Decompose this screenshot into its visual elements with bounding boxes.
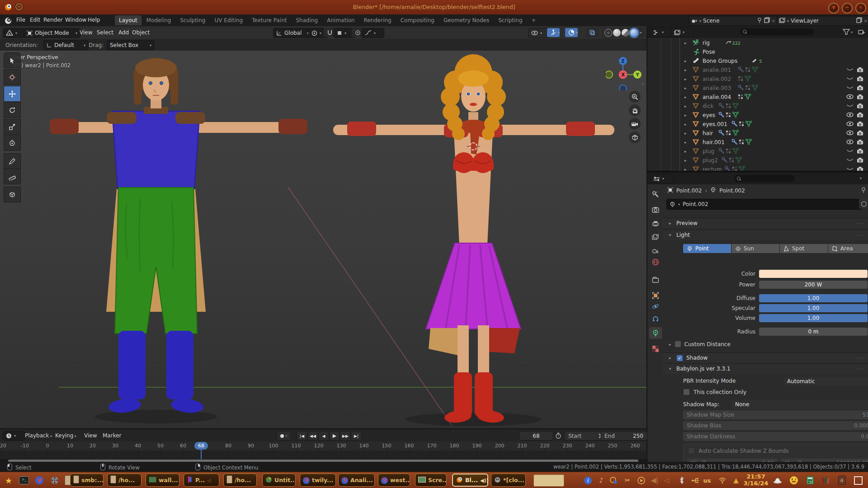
preview-panel-header[interactable]: ▸Preview ···· (663, 218, 868, 228)
taskbar-window-bl[interactable]: Bl...◀))) (452, 474, 488, 487)
material-shading-icon[interactable] (622, 29, 629, 37)
properties-tab-tool[interactable] (649, 188, 662, 200)
taskbar-window-clo[interactable]: *[clo... (491, 474, 526, 487)
light-type-spot[interactable]: Spot (780, 244, 828, 253)
viewport-menu-add[interactable]: Add (118, 29, 129, 36)
tool-scale[interactable] (4, 119, 21, 135)
expand-arrow-icon[interactable]: ▸ (684, 140, 687, 145)
clock[interactable]: 21:57 3/16/24 (741, 473, 770, 487)
workspace-tab-uv-editing[interactable]: UV Editing (210, 15, 247, 25)
camera-visibility-icon[interactable] (857, 103, 864, 110)
auto-calc-checkbox[interactable] (688, 447, 695, 454)
outliner-item-Bone Groups[interactable]: ▸Bone Groups5 (647, 56, 868, 66)
new-viewlayer-icon[interactable] (856, 17, 862, 24)
timeline-menu-marker[interactable]: Marker (103, 432, 121, 439)
media-icon[interactable] (608, 475, 619, 485)
tool-annotate[interactable] (4, 153, 21, 169)
jump-last-button[interactable]: ▶| (351, 431, 362, 441)
outliner-editor-type-button[interactable]: ▾ (650, 28, 673, 37)
speaker-dim2-icon[interactable]: ◁ (661, 475, 672, 485)
eye-open-icon[interactable] (846, 139, 854, 145)
ortho-toggle-button[interactable] (629, 131, 641, 143)
outliner-item-eyes[interactable]: ▸eyes (647, 111, 868, 120)
eye-closed-icon[interactable] (846, 166, 854, 171)
new-scene-icon[interactable] (764, 17, 770, 24)
mode-selector[interactable]: Object Mode ▾ (24, 28, 80, 38)
taskbar-window-untit[interactable]: Untit... (262, 474, 296, 487)
expand-arrow-icon[interactable]: ▸ (684, 113, 687, 117)
falloff-selector[interactable]: ▾ (362, 28, 384, 38)
outliner-item-hair[interactable]: ▸hair (647, 129, 868, 138)
camera-visibility-icon[interactable] (857, 157, 864, 164)
breadcrumb-object[interactable]: Point.002 (676, 188, 702, 194)
play-button[interactable]: ▶ (329, 431, 340, 441)
camera-visibility-icon[interactable] (857, 67, 864, 74)
terminal-icon[interactable]: >_ (18, 474, 30, 486)
tool-add-cube[interactable] (4, 187, 21, 202)
tool-cursor[interactable] (4, 69, 21, 85)
camera-visibility-icon[interactable] (857, 121, 864, 128)
scene-selector[interactable]: ▾ Scene ✕ (689, 16, 778, 26)
scissors-icon[interactable]: ✂ (622, 475, 633, 485)
speaker-dim-icon[interactable]: ◀| (649, 475, 660, 485)
eye-closed-icon[interactable] (846, 148, 854, 155)
light-name-field[interactable]: ▾ Point.002 (666, 199, 863, 210)
eye-closed-icon[interactable] (846, 157, 854, 164)
light-type-area[interactable]: Area (828, 244, 868, 253)
properties-tab-world[interactable] (649, 256, 662, 268)
tool-move[interactable] (4, 86, 21, 102)
taskbar-window-anali[interactable]: VAnali... (338, 474, 375, 487)
eye-open-icon[interactable] (846, 112, 854, 118)
properties-tab-physics[interactable] (649, 300, 662, 312)
usb-icon[interactable] (690, 475, 701, 485)
shadow-bias-row[interactable]: Shadow Bias 0.0000 (683, 421, 868, 430)
outliner-display-mode-button[interactable]: ▾ (671, 28, 693, 37)
remove-viewlayer-icon[interactable]: ✕ (864, 19, 868, 23)
keyboard-layout[interactable]: us (702, 475, 712, 485)
properties-tab-collection[interactable] (649, 274, 662, 286)
shadow-darkness-row[interactable]: Shadow Darkness 0.00 (683, 432, 868, 441)
dictionary-icon[interactable]: a (836, 475, 847, 485)
shadow-panel-header[interactable]: ▸✓ Shadow ···· (663, 352, 868, 363)
outliner-item-Pose[interactable]: Pose (647, 47, 868, 56)
custom-distance-row[interactable]: ▸ Custom Distance (669, 341, 731, 347)
rendered-shading-icon[interactable] (630, 29, 638, 37)
next-keyframe-button[interactable]: ▶▶ (340, 431, 351, 441)
window-outline-icon[interactable] (853, 475, 863, 485)
breadcrumb-data[interactable]: Point.002 (719, 188, 745, 194)
camera-visibility-icon[interactable] (857, 94, 864, 101)
music-icon[interactable]: ♪ (596, 475, 607, 485)
diffuse-slider[interactable]: 1.00 (759, 294, 868, 302)
pan-button[interactable] (629, 104, 641, 116)
play-circle-icon[interactable] (636, 475, 646, 485)
outliner-item-dick[interactable]: ▸dick (647, 102, 868, 111)
workspace-tab-layout[interactable]: Layout (115, 15, 142, 25)
blender-menu-logo-icon[interactable] (4, 16, 13, 25)
menu-render[interactable]: Render (42, 17, 65, 23)
collection-only-checkbox[interactable] (683, 389, 690, 395)
outliner-item-plug2[interactable]: ▸plug2 (647, 156, 868, 165)
info-icon[interactable]: i (582, 475, 593, 485)
light-type-point[interactable]: Point (683, 244, 731, 253)
specular-slider[interactable]: 1.00 (759, 304, 868, 312)
end-frame-field[interactable]: End 250 (600, 431, 647, 441)
volume-slider[interactable]: 1.00 (759, 314, 868, 322)
color-swatch[interactable] (759, 270, 868, 278)
outliner-filter-icon[interactable] (843, 29, 850, 36)
pin-icon[interactable] (757, 18, 762, 24)
camera-visibility-icon[interactable] (857, 76, 864, 83)
workspace-tab-rendering[interactable]: Rendering (359, 15, 395, 25)
workspace-tab-texture-paint[interactable]: Texture Paint (248, 15, 291, 25)
taskbar-window-scre[interactable]: Scre... (415, 474, 447, 487)
calculator-icon[interactable] (805, 475, 816, 485)
shadow-map-dropdown[interactable]: None ▾ (731, 400, 868, 409)
eye-closed-icon[interactable] (846, 103, 854, 109)
editor-type-button[interactable]: ▾ (3, 28, 24, 38)
tool-transform[interactable] (4, 135, 21, 151)
notification-area[interactable] (533, 474, 564, 487)
unlink-scene-icon[interactable]: ✕ (772, 19, 775, 23)
solid-shading-icon[interactable] (613, 29, 621, 37)
current-frame-field[interactable]: 68 (519, 431, 553, 441)
timeline-ruler[interactable]: -20-100102030405060809010011012013014015… (0, 441, 646, 450)
menu-window[interactable]: Window (63, 17, 88, 23)
